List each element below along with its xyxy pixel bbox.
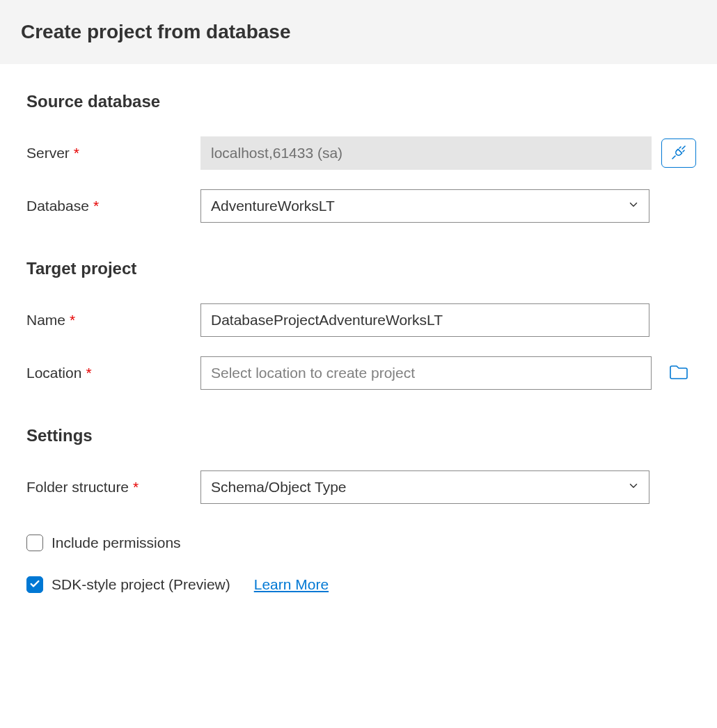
folder-structure-label: Folder structure* [26, 479, 200, 496]
folder-structure-field-row: Folder structure* [26, 470, 696, 504]
location-label: Location* [26, 365, 200, 381]
name-label: Name* [26, 312, 200, 329]
sdk-style-row: SDK-style project (Preview) Learn More [26, 576, 696, 593]
include-permissions-row: Include permissions [26, 535, 696, 551]
server-field-row: Server* [26, 136, 696, 170]
settings-section: Settings Folder structure* Include permi… [26, 426, 696, 593]
settings-heading: Settings [26, 426, 696, 445]
sdk-style-checkbox[interactable] [26, 576, 43, 593]
server-label: Server* [26, 145, 200, 161]
browse-location-button[interactable] [661, 358, 696, 388]
required-indicator: * [93, 198, 99, 214]
required-indicator: * [70, 312, 75, 328]
folder-icon [669, 364, 688, 383]
check-icon [29, 576, 40, 593]
database-label: Database* [26, 198, 200, 214]
folder-structure-select[interactable] [200, 470, 649, 504]
required-indicator: * [74, 145, 79, 161]
source-database-heading: Source database [26, 92, 696, 111]
dialog-title: Create project from database [21, 21, 696, 43]
required-indicator: * [86, 365, 91, 381]
dialog-header: Create project from database [0, 0, 717, 64]
database-select[interactable] [200, 189, 649, 223]
location-field-row: Location* [26, 356, 696, 390]
server-input [200, 136, 652, 170]
target-project-heading: Target project [26, 259, 696, 278]
sdk-style-label: SDK-style project (Preview) [52, 576, 230, 593]
source-database-section: Source database Server* [26, 92, 696, 223]
database-field-row: Database* [26, 189, 696, 223]
required-indicator: * [133, 479, 139, 495]
name-field-row: Name* [26, 303, 696, 337]
name-input[interactable] [200, 303, 649, 337]
connect-button[interactable] [661, 139, 696, 168]
dialog-content: Source database Server* [0, 64, 717, 650]
plug-icon [670, 144, 687, 163]
include-permissions-label: Include permissions [52, 535, 181, 551]
learn-more-link[interactable]: Learn More [254, 576, 329, 593]
location-input[interactable] [200, 356, 652, 390]
target-project-section: Target project Name* Location* [26, 259, 696, 390]
include-permissions-checkbox[interactable] [26, 535, 43, 551]
